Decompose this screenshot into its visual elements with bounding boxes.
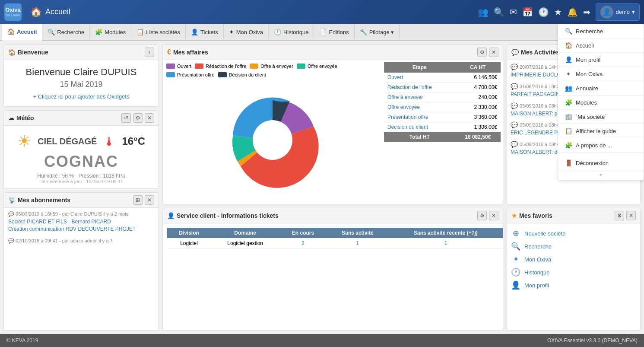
nav-liste-icon: 📋 bbox=[136, 29, 144, 35]
dropdown-recherche-label: Recherche bbox=[576, 28, 603, 35]
footer-left: © NEVA 2019 bbox=[6, 337, 38, 344]
favoris-settings-btn[interactable]: ⚙ bbox=[615, 211, 624, 220]
domaine-logiciel: Logiciel gestion bbox=[211, 238, 279, 249]
dropdown-annuaire-icon: 👥 bbox=[565, 85, 572, 92]
dropdown-modules[interactable]: 🧩 Modules bbox=[558, 96, 644, 110]
star-icon[interactable]: ★ bbox=[554, 7, 562, 17]
nav-mon-oxiva[interactable]: ✦ Mon Oxiva bbox=[224, 23, 269, 41]
service-close-btn[interactable]: ✕ bbox=[489, 211, 498, 220]
mail-icon[interactable]: ✉ bbox=[510, 7, 517, 17]
abo-link-1[interactable]: Société PICARD ET FILS - Bernard PICARDC… bbox=[8, 218, 154, 233]
meteo-settings-btn[interactable]: ⚙ bbox=[133, 113, 143, 123]
logout-icon[interactable]: ➡ bbox=[583, 7, 590, 17]
affaires-close-btn[interactable]: ✕ bbox=[489, 48, 498, 57]
dropdown-ma-societe[interactable]: 🏢 `Ma société` bbox=[558, 110, 644, 124]
search-icon[interactable]: 🔍 bbox=[494, 7, 504, 17]
dropdown-mon-oxiva[interactable]: ✦ Mon Oxiva bbox=[558, 67, 644, 81]
stage-offre-envoyer[interactable]: Offre à envoyer bbox=[384, 92, 455, 102]
dropdown-apropos-label: A propos de ... bbox=[576, 142, 612, 149]
affaires-title: € Mes affaires bbox=[167, 48, 208, 56]
user-menu-button[interactable]: 👤 demo ▾ bbox=[596, 3, 640, 21]
header-icons: 👥 🔍 ✉ 📅 🕐 ★ 🔔 ➡ 👤 demo ▾ bbox=[478, 3, 640, 21]
table-row: Décision du client 1 306,00€ bbox=[384, 122, 501, 132]
nav-tickets[interactable]: 👤 Tickets bbox=[186, 23, 224, 41]
bienvenue-add-btn[interactable]: + bbox=[145, 48, 154, 57]
bell-icon[interactable]: 🔔 bbox=[567, 7, 578, 17]
dropdown-modules-label: Modules bbox=[576, 99, 597, 106]
stage-presentation[interactable]: Présentation offre bbox=[384, 112, 455, 122]
nav-editions[interactable]: 📄 Editions bbox=[314, 23, 354, 41]
dropdown-annuaire[interactable]: 👥 Annuaire bbox=[558, 81, 644, 96]
legend-offre-envoyee: Offre envoyée bbox=[297, 64, 337, 69]
abonnements-close-btn[interactable]: ✕ bbox=[145, 195, 154, 205]
nav-pilotage[interactable]: 🔧 Pilotage ▾ bbox=[355, 23, 400, 41]
avatar: 👤 bbox=[600, 6, 613, 19]
meteo-main: ☀ CIEL DÉGAGÉ 🌡 16°C bbox=[10, 132, 152, 150]
amount-ouvert: 6 146,50€ bbox=[455, 73, 501, 83]
affaires-content: Ouvert Rédaction de l'offre Offre à envo… bbox=[163, 60, 503, 204]
calendar-icon[interactable]: 📅 bbox=[522, 7, 533, 17]
sans-activite-recent-count[interactable]: 1 bbox=[389, 238, 503, 249]
table-row: Rédaction de l'offre 4 700,00€ bbox=[384, 83, 501, 92]
dropdown-guide[interactable]: 📋 Afficher le guide bbox=[558, 124, 644, 138]
service-panel: 👤 Service client - Informations tickets … bbox=[162, 208, 503, 331]
history-icon[interactable]: 🕐 bbox=[538, 7, 549, 17]
activites-icon: 💬 bbox=[511, 49, 519, 56]
mon-profil-fav-icon: 👤 bbox=[511, 280, 521, 290]
affaires-actions: ⚙ ✕ bbox=[477, 48, 498, 57]
col-sans-activite-recent: Sans activité récente (+7j) bbox=[389, 228, 503, 238]
comment-icon: 💬 bbox=[511, 64, 518, 70]
nav-recherche-label: Recherche bbox=[57, 29, 84, 35]
logo[interactable]: Oxiva by Deva bbox=[4, 3, 24, 21]
comment-icon: 💬 bbox=[511, 141, 518, 148]
bienvenue-header: 🏠 Bienvenue + bbox=[4, 45, 159, 60]
sans-activite-count[interactable]: 1 bbox=[327, 238, 389, 249]
dropdown-apropos[interactable]: 🧩 A propos de ... bbox=[558, 138, 644, 153]
dropdown-deconnexion[interactable]: 🚪 Déconnexion bbox=[558, 156, 644, 170]
favoris-close-btn[interactable]: ✕ bbox=[626, 211, 636, 220]
dropdown-mon-profil[interactable]: 👤 Mon profil bbox=[558, 53, 644, 67]
total-label: Total HT bbox=[384, 132, 455, 142]
sun-icon: ☀ bbox=[17, 132, 31, 150]
list-item[interactable]: 👤 Mon profil bbox=[511, 279, 637, 292]
stage-redaction[interactable]: Rédaction de l'offre bbox=[384, 83, 455, 92]
affaires-settings-btn[interactable]: ⚙ bbox=[477, 48, 487, 57]
bienvenue-add-link[interactable]: + Cliquez ici pour ajouter des Oxidgets bbox=[10, 93, 152, 100]
favori-historique: Historique bbox=[524, 269, 550, 276]
dropdown-recherche[interactable]: 🔍 Recherche bbox=[558, 24, 644, 38]
nav-liste-societes[interactable]: 📋 Liste sociétés bbox=[131, 23, 186, 41]
amount-decision: 1 306,00€ bbox=[455, 122, 501, 132]
stage-decision[interactable]: Décision du client bbox=[384, 122, 455, 132]
service-settings-btn[interactable]: ⚙ bbox=[477, 211, 487, 220]
table-row: Offre à envoyer 240,00€ bbox=[384, 92, 501, 102]
en-cours-count[interactable]: 2 bbox=[279, 238, 327, 249]
comment-icon: 💬 bbox=[8, 211, 14, 216]
nav-modules[interactable]: 🧩 Modules bbox=[90, 23, 131, 41]
abonnements-feed-btn[interactable]: ⊞ bbox=[133, 195, 143, 205]
meteo-close-btn[interactable]: ✕ bbox=[145, 113, 154, 123]
nav-accueil[interactable]: 🏠 Accueil bbox=[2, 23, 42, 41]
favoris-title: ★ Mes favoris bbox=[511, 212, 552, 219]
list-item[interactable]: 🕐 Historique bbox=[511, 266, 637, 279]
list-item[interactable]: 🔍 Recherche bbox=[511, 240, 637, 253]
contacts-icon[interactable]: 👥 bbox=[478, 7, 489, 17]
nav-mon-oxiva-icon: ✦ bbox=[229, 29, 234, 35]
legend-presentation: Présentation offre bbox=[166, 72, 215, 77]
nav-recherche[interactable]: 🔍 Recherche bbox=[42, 23, 90, 41]
historique-fav-icon: 🕐 bbox=[511, 267, 521, 277]
list-item[interactable]: ✦ Mon Oxiva bbox=[511, 253, 637, 266]
bienvenue-actions: + bbox=[145, 48, 154, 57]
list-item[interactable]: ⊕ Nouvelle société bbox=[511, 227, 637, 240]
bienvenue-content: Bienvenue Claire DUPUIS 15 Mai 2019 + Cl… bbox=[4, 60, 159, 106]
favori-nouvelle-societe: Nouvelle société bbox=[524, 230, 565, 237]
dropdown-arrow: ▾ bbox=[632, 9, 635, 15]
meteo-panel: ☁ Météo ↺ ⚙ ✕ ☀ CIEL DÉGAGÉ 🌡 16°C COGNA… bbox=[3, 110, 159, 189]
total-amount: 18 082,50€ bbox=[455, 132, 501, 142]
dropdown-accueil[interactable]: 🏠 Accueil bbox=[558, 38, 644, 53]
meteo-refresh-btn[interactable]: ↺ bbox=[121, 113, 131, 123]
stage-ouvert[interactable]: Ouvert bbox=[384, 73, 455, 83]
stage-offre-envoyee[interactable]: Offre envoyée bbox=[384, 102, 455, 112]
home-icon[interactable]: 🏠 bbox=[30, 6, 42, 18]
nav-historique[interactable]: 🕐 Historique bbox=[269, 23, 314, 41]
col-ca-ht: CA HT bbox=[455, 62, 501, 73]
